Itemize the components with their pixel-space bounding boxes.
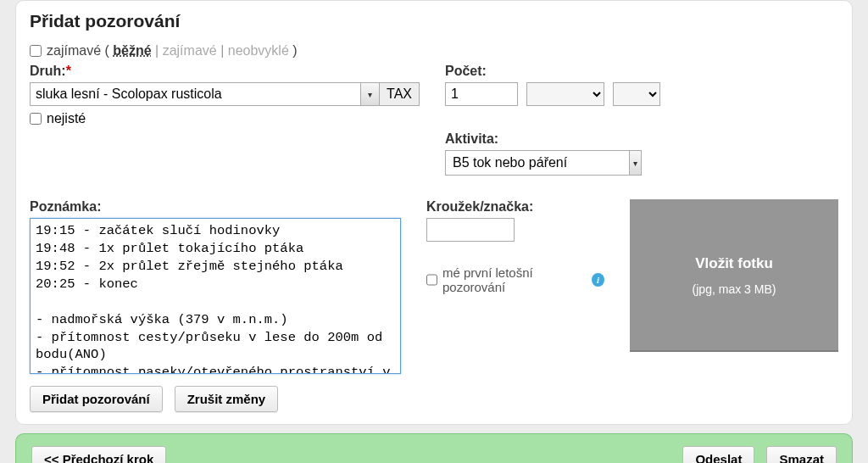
note-label: Poznámka: [30,199,401,215]
add-observation-button[interactable]: Přidat pozorování [30,386,163,412]
species-input[interactable] [31,83,360,105]
species-dropdown-toggle[interactable] [360,83,379,105]
tax-button[interactable]: TAX [380,82,420,106]
activity-combobox[interactable] [445,150,642,176]
rarity-row: zajímavé ( běžné | zajímavé | neobvyklé … [30,43,838,59]
ring-label: Kroužek/značka: [426,199,604,215]
photo-upload[interactable]: Vložit fotku (jpg, max 3 MB) [630,199,838,352]
footer-bar: << Předchozí krok Odeslat Smazat [15,433,853,463]
rarity-common[interactable]: běžné [113,43,151,58]
first-observation-checkbox[interactable] [426,274,437,286]
activity-label: Aktivita: [445,131,838,147]
photo-title: Vložit fotku [695,255,773,272]
uncertain-checkbox[interactable] [30,113,42,125]
count-unit-select[interactable] [613,82,660,106]
note-textarea[interactable] [30,218,401,374]
species-label: Druh:* [30,64,420,79]
activity-input[interactable] [446,151,629,175]
delete-button[interactable]: Smazat [766,446,837,463]
count-modifier-select[interactable] [526,82,604,106]
count-label: Počet: [445,64,838,79]
interesting-checkbox[interactable] [30,45,42,57]
uncertain-label: nejisté [47,111,86,126]
rarity-unusual[interactable]: neobvyklé [228,43,289,58]
ring-input[interactable] [426,218,515,242]
activity-dropdown-toggle[interactable] [629,151,641,175]
species-combobox[interactable] [30,82,380,106]
form-panel: Přidat pozorování zajímavé ( běžné | zaj… [15,0,853,425]
count-input[interactable] [445,82,518,106]
rarity-options: zajímavé ( běžné | zajímavé | neobvyklé … [47,43,298,59]
first-observation-label: mé první letošní pozorování [442,265,587,294]
cancel-changes-button[interactable]: Zrušit změny [175,386,279,412]
photo-subtitle: (jpg, max 3 MB) [693,282,776,296]
page-title: Přidat pozorování [30,11,838,31]
rarity-interesting[interactable]: zajímavé [163,43,217,58]
info-icon[interactable]: i [592,273,604,287]
send-button[interactable]: Odeslat [682,446,754,463]
previous-step-button[interactable]: << Předchozí krok [31,446,166,463]
